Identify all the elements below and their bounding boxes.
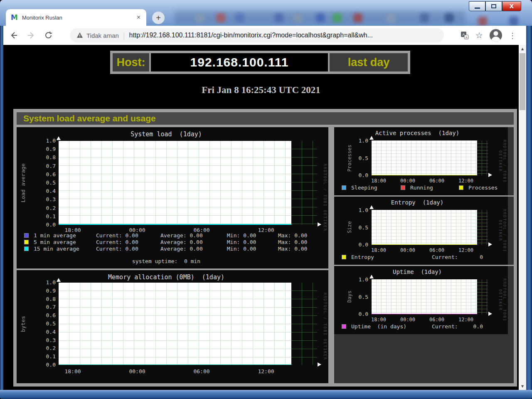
desktop-blur-blob [216, 13, 225, 22]
url-text: http://192.168.100.111:8181/cgi-bin/moni… [129, 32, 373, 39]
system-uptime-text: system uptime: 0 min [17, 258, 316, 264]
legend-swatch [342, 324, 346, 329]
window-controls: X [469, 1, 521, 11]
page-content: Host: 192.168.100.111 last day Fri Jan 8… [3, 45, 519, 390]
legend-swatch [459, 185, 463, 190]
y-axis-arrow-icon [57, 136, 61, 140]
zero-value-line [59, 365, 291, 365]
y-axis-arrow-icon [57, 278, 61, 282]
right-graph-column: Active processes (1day) RRDTOOL / TOBI O… [334, 127, 514, 383]
entropy-graph[interactable]: Entropy (1day) RRDTOOL / TOBI OETIKER Si… [334, 197, 508, 265]
graph-title: Entropy (1day) [334, 199, 500, 206]
y-axis-arrow-icon [369, 205, 374, 209]
desktop-blur-blob [316, 13, 325, 22]
window-frame-right [526, 26, 532, 399]
legend-row: 5 min average Current: 0.00 Average: 0.0… [24, 239, 307, 245]
rrdtool-watermark: RRDTOOL / TOBI OETIKER [323, 273, 327, 381]
y-axis-ticks: 1.00.50.0 [351, 138, 368, 178]
legend-row: 15 min average Current: 0.00 Average: 0.… [24, 246, 307, 252]
menu-dots-icon[interactable]: ⋮ [509, 31, 516, 40]
host-label: Host: [113, 53, 149, 71]
svg-text:a: a [466, 35, 468, 39]
zero-value-line [372, 244, 477, 245]
y-axis-ticks: 1.00.90.80.70.60.50.40.30.20.10.0 [38, 138, 56, 228]
section-title: System load average and usage [17, 112, 514, 125]
plot-canvas [372, 210, 477, 245]
scrollbar-down-arrow[interactable]: ▼ [519, 382, 526, 390]
tab-close-icon[interactable]: × [136, 14, 141, 21]
x-axis-arrow-icon [318, 222, 321, 227]
active-processes-graph[interactable]: Active processes (1day) RRDTOOL / TOBI O… [334, 127, 508, 195]
close-window-button[interactable]: X [502, 1, 521, 11]
page-scrollbar[interactable]: ▲ ▼ [519, 45, 526, 390]
monitorix-favicon-icon: M [11, 13, 18, 22]
desktop-blur-blob [387, 13, 396, 22]
browser-toolbar: Tidak aman | http://192.168.100.111:8181… [3, 26, 526, 45]
legend-row: Entropy Current: 0 [334, 254, 508, 261]
zero-value-line [372, 175, 477, 175]
security-label: Tidak aman [86, 32, 119, 39]
legend-swatch [24, 246, 29, 251]
legend-swatch [24, 233, 29, 238]
system-section: System load average and usage System loa… [13, 109, 517, 387]
x-axis-arrow-icon [488, 312, 492, 316]
desktop-blur-blob [195, 13, 204, 22]
plot-area [59, 141, 317, 225]
y-axis-ticks: 1.00.50.0 [351, 277, 368, 317]
tab-title: Monitorix Ruslan [22, 15, 136, 21]
x-axis-arrow-icon [488, 242, 492, 246]
new-tab-button[interactable]: + [152, 12, 165, 24]
empty-cell-area [334, 334, 514, 383]
timestamp: Fri Jan 8 16:25:43 UTC 2021 [3, 85, 519, 96]
reload-icon [44, 31, 53, 40]
plot-canvas [372, 140, 477, 175]
current-label: Current: [432, 254, 458, 260]
graph-title: Memory allocation (0MB) (1day) [17, 273, 316, 281]
back-button[interactable] [7, 28, 21, 42]
system-load-graph[interactable]: System load (1day) RRDTOOL / TOBI OETIKE… [17, 127, 328, 268]
desktop-blur-blob [293, 13, 303, 22]
scrollbar-up-arrow[interactable]: ▲ [519, 45, 526, 52]
plot-area [372, 210, 488, 245]
minimize-button[interactable] [469, 1, 485, 11]
minimize-icon [475, 7, 480, 9]
uptime-graph[interactable]: Uptime (1day) RRDTOOL / TOBI OETIKER Day… [334, 266, 508, 334]
y-axis-label: bytes [20, 283, 26, 365]
desktop-blur-blob [509, 17, 518, 26]
legend-swatch [24, 240, 29, 244]
browser-tab[interactable]: M Monitorix Ruslan × [6, 9, 146, 26]
scrollbar-thumb[interactable] [520, 53, 525, 110]
memory-allocation-graph[interactable]: Memory allocation (0MB) (1day) RRDTOOL /… [17, 270, 328, 383]
browser-window: X M Monitorix Ruslan × + Tidak aman | ht… [0, 0, 532, 399]
close-icon: X [510, 3, 514, 10]
rrdtool-watermark: RRDTOOL / TOBI OETIKER [498, 268, 507, 332]
window-frame-bottom [0, 390, 532, 399]
window-titlebar: X M Monitorix Ruslan × + [0, 0, 532, 26]
back-arrow-icon [9, 31, 18, 40]
translate-icon[interactable]: A a [461, 31, 469, 39]
graph-title: Active processes (1day) [334, 130, 500, 136]
desktop-blur-blob [235, 13, 244, 22]
forward-button[interactable] [24, 28, 38, 42]
rrdtool-watermark: RRDTOOL / TOBI OETIKER [323, 130, 327, 266]
legend-swatch [342, 185, 346, 190]
legend-swatch [342, 255, 346, 259]
profile-avatar[interactable] [490, 29, 502, 42]
y-axis-ticks: 1.00.90.80.70.60.50.40.30.20.10.0 [38, 280, 56, 368]
reload-button[interactable] [42, 28, 56, 42]
legend-swatch [401, 185, 405, 190]
plot-area [372, 140, 488, 175]
y-axis-arrow-icon [369, 275, 374, 278]
current-value: 0 [463, 254, 483, 260]
url-bar[interactable]: Tidak aman | http://192.168.100.111:8181… [70, 28, 444, 42]
time-range-label: last day [330, 53, 408, 71]
rrdtool-watermark: RRDTOOL / TOBI OETIKER [498, 199, 507, 262]
maximize-button[interactable] [485, 1, 502, 11]
bookmark-star-icon[interactable]: ☆ [475, 30, 483, 40]
y-axis-label: Load average [20, 141, 26, 225]
plot-canvas [372, 279, 477, 314]
current-value: 0.0 [463, 323, 483, 330]
plot-area [59, 283, 317, 365]
graph-title: Uptime (1day) [334, 268, 500, 275]
zero-value-line [372, 314, 477, 314]
